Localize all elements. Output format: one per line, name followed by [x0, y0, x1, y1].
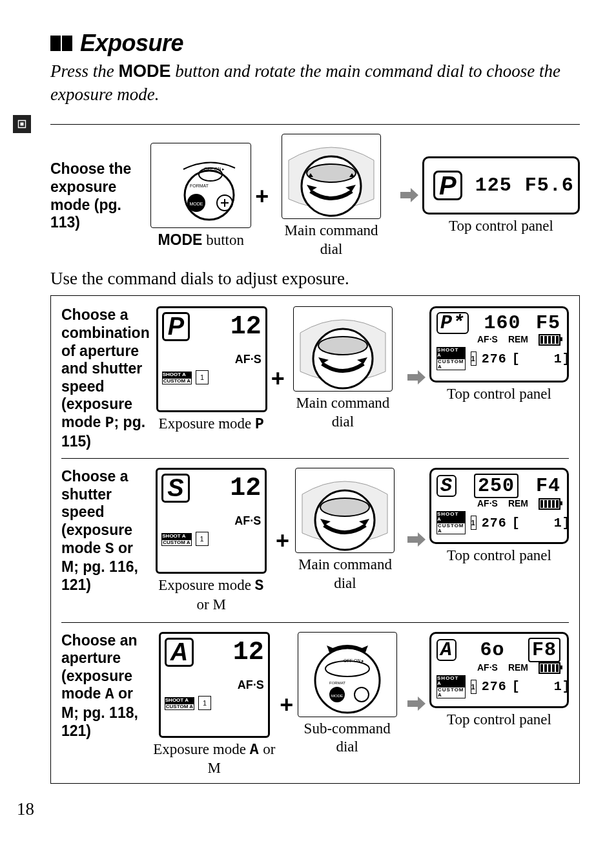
shoot-custom-badge: SHOOT A CUSTOM A [436, 675, 466, 698]
panel-af: AF·S [162, 353, 262, 366]
heading-marker-icon [50, 36, 74, 51]
section-heading: Exposure [50, 30, 580, 57]
shoot-custom-badge: SHOOT A CUSTOM A [436, 347, 466, 370]
instruction-row-mode: Choose the exposure mode (pg. 113) MODE … [50, 134, 580, 259]
panel-mode-letter: P [162, 312, 190, 341]
panel-number: 12 [231, 312, 262, 341]
svg-point-1 [21, 123, 23, 125]
exposure-mode-panel: S 12 AF·S SHOOT A CUSTOM A 1 [156, 468, 267, 574]
lcd-rem: REM [508, 662, 528, 674]
lcd-aperture: F5.6 [525, 174, 574, 196]
panel-number: 12 [230, 474, 261, 503]
panel-mode-letter: A [165, 638, 194, 667]
arrow-icon [397, 366, 429, 391]
instruction-row: Choose a combination of aperture and shu… [61, 306, 569, 450]
panel-af: AF·S [161, 514, 261, 528]
lcd-shutter: 160 [484, 312, 520, 334]
divider [61, 622, 569, 623]
top-panel-lcd-full: S 250 F4 AF·S REM SHOOT A CUSTOM A 1 276 [429, 468, 569, 544]
lcd-mode: P [433, 171, 462, 200]
svg-point-15 [315, 648, 380, 713]
bracket-frames: [ 1] [512, 679, 571, 694]
plus-icon: + [267, 365, 289, 392]
row-description: Choose an aperture (exposure mode A or M… [61, 632, 152, 740]
caption: Top control panel [447, 711, 551, 729]
caption: Exposure mode P [159, 415, 265, 434]
lcd-aperture: F8 [528, 638, 560, 662]
lcd-count: 276 [482, 351, 507, 366]
lcd-mode: S [436, 475, 457, 497]
memory-card-icon: 1 [198, 696, 211, 710]
mid-text: Use the command dials to adjust exposure… [50, 269, 580, 289]
panel-af: AF·S [165, 678, 264, 692]
mode-button-illustration: MODE FORMAT OFF ON ▸ [150, 143, 251, 228]
caption: Sub-command dial [297, 720, 397, 757]
caption: Top control panel [449, 217, 553, 236]
caption: Top control panel [447, 547, 551, 565]
battery-icon [539, 662, 560, 674]
memory-card-icon: 1 [471, 680, 477, 694]
svg-text:MODE: MODE [331, 694, 343, 698]
svg-text:FORMAT: FORMAT [190, 183, 209, 188]
divider [61, 458, 569, 459]
exposure-mode-panel: A 12 AF·S SHOOT A CUSTOM A 1 [159, 632, 270, 738]
top-panel-lcd: P 125 F5.6 [422, 156, 580, 215]
section-tab-icon [13, 115, 31, 133]
svg-text:OFF  ON ▸: OFF ON ▸ [344, 658, 364, 663]
shoot-custom-badge: SHOOT A CUSTOM A [165, 697, 194, 710]
arrow-icon [397, 693, 429, 717]
svg-text:MODE: MODE [190, 202, 203, 206]
lcd-rem: REM [508, 498, 528, 510]
panel-number: 12 [233, 638, 264, 667]
caption: Exposure mode S or M [151, 576, 272, 614]
arrow-icon [390, 184, 422, 209]
row-description: Choose a combination of aperture and shu… [61, 306, 156, 450]
instruction-row: Choose a shutter speed (exposure mode S … [61, 468, 569, 614]
plus-icon: + [276, 691, 297, 718]
lcd-rem: REM [508, 334, 528, 346]
caption: Top control panel [447, 385, 551, 404]
top-panel-lcd-full: A 6o F8 AF·S REM SHOOT A CUSTOM A 1 276 [429, 632, 569, 708]
svg-point-14 [320, 498, 369, 516]
memory-card-icon: 1 [471, 351, 477, 366]
memory-card-icon: 1 [196, 370, 209, 384]
exposure-mode-panel: P 12 AF·S SHOOT A CUSTOM A 1 [156, 306, 267, 412]
caption: Main command dial [289, 394, 397, 432]
plus-icon: + [272, 527, 293, 554]
lcd-count: 276 [482, 679, 507, 694]
row-description: Choose a shutter speed (exposure mode S … [61, 468, 151, 594]
caption: Main command dial [293, 556, 397, 593]
shoot-custom-badge: SHOOT A CUSTOM A [161, 533, 191, 546]
bracket-frames: [ 1] [512, 351, 571, 366]
bracket-frames: [ 1] [512, 516, 571, 530]
lcd-count: 276 [482, 516, 507, 530]
dial-illustration [293, 306, 393, 392]
lcd-af: AF·S [477, 498, 498, 510]
caption: MODE button [158, 231, 244, 250]
caption: Main command dial [272, 222, 390, 259]
battery-icon [539, 498, 560, 510]
shoot-custom-badge: SHOOT A CUSTOM A [436, 511, 466, 534]
lcd-af: AF·S [477, 334, 498, 346]
memory-card-icon: 1 [196, 532, 209, 546]
section-title: Exposure [80, 30, 183, 57]
top-panel-lcd-full: P* 160 F5 AF·S REM SHOOT A CUSTOM A 1 27… [429, 306, 569, 383]
shoot-custom-badge: SHOOT A CUSTOM A [162, 372, 192, 384]
lcd-aperture: F5 [536, 312, 560, 334]
dial-illustration: MODE OFF ON ▸ FORMAT [298, 632, 397, 717]
lcd-mode: P* [436, 312, 469, 334]
memory-card-icon: 1 [471, 516, 477, 530]
svg-point-10 [307, 164, 356, 182]
instruction-box: Choose a combination of aperture and shu… [50, 295, 580, 784]
divider [50, 124, 580, 125]
lcd-shutter: 6o [480, 639, 505, 661]
intro-text: Press the MODE button and rotate the mai… [50, 59, 580, 107]
svg-text:OFF  ON ▸: OFF ON ▸ [204, 167, 225, 171]
plus-icon: + [251, 183, 272, 210]
main-dial-illustration [282, 134, 381, 219]
row-description: Choose the exposure mode (pg. 113) [50, 160, 150, 231]
arrow-icon [397, 529, 429, 553]
caption: Exposure mode A or M [152, 740, 276, 779]
dial-illustration [295, 468, 395, 553]
battery-icon [539, 334, 560, 346]
